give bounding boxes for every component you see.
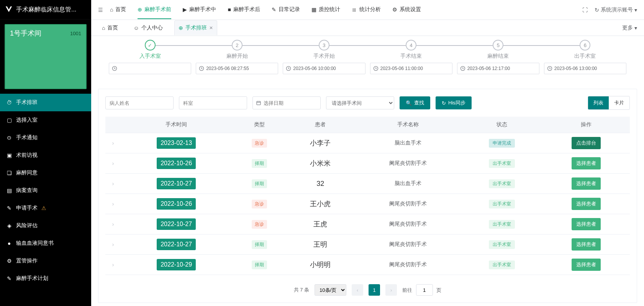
menu-icon: ◈ bbox=[6, 223, 12, 229]
step-circle: 4 bbox=[406, 40, 416, 50]
nav-麻醉手术中[interactable]: ▶麻醉手术中 bbox=[183, 1, 216, 19]
patient-name: 王明 bbox=[313, 241, 327, 248]
sidebar-item-术前访视[interactable]: ▣术前访视 bbox=[0, 146, 91, 164]
table-row: › 2022-10-27 择期 王明 阑尾炎切割手术 出手术室 选择患者 bbox=[105, 234, 630, 255]
expand-row-button[interactable]: › bbox=[105, 234, 121, 255]
subtab-label: 首页 bbox=[107, 24, 118, 31]
page-jump-input[interactable] bbox=[416, 284, 433, 296]
col-患者: 患者 bbox=[287, 117, 354, 133]
row-action-button[interactable]: 选择患者 bbox=[572, 218, 601, 230]
row-action-button[interactable]: 选择患者 bbox=[572, 157, 601, 169]
expand-row-button[interactable]: › bbox=[105, 194, 121, 214]
surgery-date: 2022-10-26 bbox=[157, 158, 196, 169]
nav-icon: ✎ bbox=[272, 7, 276, 13]
row-action-button[interactable]: 选择患者 bbox=[572, 238, 601, 251]
row-action-button[interactable]: 选择患者 bbox=[572, 259, 601, 271]
subtab-首页[interactable]: ⌂首页 bbox=[98, 20, 122, 35]
sidebar-menu: ⏱手术排班▢选择入室⊙手术通知▣术前访视❏麻醉同意▤病案查询✎申请手术⚠◈风险评… bbox=[0, 94, 91, 287]
menu-icon: ⊙ bbox=[6, 135, 12, 141]
fullscreen-icon[interactable]: ⛶ bbox=[582, 7, 588, 13]
table-row: › 2022-10-26 急诊 王小虎 阑尾炎切割手术 出手术室 选择患者 bbox=[105, 194, 630, 214]
top-nav: ⌂首页⊕麻醉手术前▶麻醉手术中■麻醉手术后✎日常记录▦质控统计⫼统计分析⚙系统设… bbox=[110, 1, 582, 19]
more-button[interactable]: 更多 ▾ bbox=[622, 24, 637, 31]
step-circle: 2 bbox=[232, 40, 243, 50]
nav-label: 统计分析 bbox=[359, 6, 381, 13]
status-badge: 出手术室 bbox=[489, 240, 515, 249]
expand-row-button[interactable]: › bbox=[105, 214, 121, 234]
page-size-select[interactable]: 10条/页 bbox=[315, 284, 346, 296]
next-page-button[interactable]: › bbox=[385, 284, 397, 296]
menu-icon: ⚙ bbox=[6, 258, 12, 264]
step-出手术室: 6出手术室 bbox=[542, 40, 629, 74]
sidebar-item-风险评估[interactable]: ◈风险评估 bbox=[0, 217, 91, 234]
logo-row: 手术麻醉临床信息管... bbox=[0, 0, 91, 20]
row-action-button[interactable]: 点击排台 bbox=[572, 137, 601, 149]
subtab-个人中心[interactable]: ☺个人中心 bbox=[129, 20, 166, 35]
nav-首页[interactable]: ⌂首页 bbox=[110, 1, 126, 19]
room-select[interactable]: 请选择手术间 bbox=[326, 96, 394, 109]
menu-label: 手术排班 bbox=[16, 99, 38, 106]
surgery-name: 阑尾炎切割手术 bbox=[354, 234, 462, 255]
expand-row-button[interactable]: › bbox=[105, 255, 121, 275]
patient-name-input[interactable] bbox=[105, 96, 174, 109]
status-badge: 出手术室 bbox=[489, 159, 515, 168]
nav-icon: ▶ bbox=[183, 7, 187, 13]
prev-page-button[interactable]: ‹ bbox=[352, 284, 363, 296]
dept-input[interactable] bbox=[179, 96, 247, 109]
sidebar-item-手术排班[interactable]: ⏱手术排班 bbox=[0, 94, 91, 111]
nav-label: 日常记录 bbox=[279, 6, 300, 13]
room-card[interactable]: 1号手术间 1001 bbox=[5, 24, 87, 89]
nav-系统设置[interactable]: ⚙系统设置 bbox=[392, 1, 421, 19]
sidebar-item-申请手术[interactable]: ✎申请手术⚠ bbox=[0, 199, 91, 217]
nav-麻醉手术前[interactable]: ⊕麻醉手术前 bbox=[138, 1, 171, 19]
sidebar-item-手术通知[interactable]: ⊙手术通知 bbox=[0, 129, 91, 146]
menu-icon: ✎ bbox=[6, 275, 12, 282]
subtab-手术排班[interactable]: ⊕手术排班✕ bbox=[174, 20, 217, 35]
room-name: 1号手术间 bbox=[10, 29, 41, 38]
search-button[interactable]: 🔍 查找 bbox=[400, 96, 430, 109]
row-action-button[interactable]: 选择患者 bbox=[572, 198, 601, 210]
his-sync-button[interactable]: ↻ His同步 bbox=[436, 96, 472, 109]
nav-label: 系统设置 bbox=[400, 6, 421, 13]
menu-icon: ● bbox=[6, 240, 12, 246]
status-badge: 出手术室 bbox=[489, 220, 515, 229]
menu-label: 麻醉手术计划 bbox=[16, 275, 48, 282]
sidebar-item-选择入室[interactable]: ▢选择入室 bbox=[0, 111, 91, 129]
nav-统计分析[interactable]: ⫼统计分析 bbox=[352, 1, 381, 19]
col-状态: 状态 bbox=[462, 117, 542, 133]
expand-row-button[interactable]: › bbox=[105, 153, 121, 174]
close-icon[interactable]: ✕ bbox=[209, 25, 213, 31]
view-card-button[interactable]: 卡片 bbox=[609, 96, 629, 109]
page-number-button[interactable]: 1 bbox=[369, 284, 380, 296]
step-入手术室: ✓入手术室 bbox=[107, 40, 193, 74]
row-action-button[interactable]: 选择患者 bbox=[572, 177, 601, 190]
step-time-input[interactable] bbox=[283, 63, 365, 74]
view-list-button[interactable]: 列表 bbox=[588, 96, 609, 109]
nav-日常记录[interactable]: ✎日常记录 bbox=[272, 1, 300, 19]
surgery-name: 阑尾炎切割手术 bbox=[354, 194, 462, 214]
step-time-input[interactable] bbox=[109, 63, 191, 74]
schedule-table: 手术时间类型患者手术名称状态操作 › 2023-02-13 急诊 小李子 脑出血… bbox=[105, 117, 630, 275]
sidebar-item-麻醉同意[interactable]: ❏麻醉同意 bbox=[0, 164, 91, 182]
nav-质控统计[interactable]: ▦质控统计 bbox=[311, 1, 340, 19]
surgery-name: 脑出血手术 bbox=[354, 174, 462, 194]
surgery-date: 2022-10-27 bbox=[157, 178, 196, 189]
subtab-icon: ☺ bbox=[133, 25, 139, 31]
surgery-date: 2023-02-13 bbox=[157, 137, 196, 149]
sidebar-item-置管操作[interactable]: ⚙置管操作 bbox=[0, 252, 91, 270]
step-time-input[interactable] bbox=[457, 63, 539, 74]
nav-麻醉手术后[interactable]: ■麻醉手术后 bbox=[228, 1, 260, 19]
expand-row-button[interactable]: › bbox=[105, 133, 121, 153]
collapse-sidebar-icon[interactable]: ☰ bbox=[98, 7, 103, 13]
surgery-type: 急诊 bbox=[252, 200, 267, 208]
step-time-input[interactable] bbox=[370, 63, 452, 74]
sidebar-item-输血血液同意书[interactable]: ●输血血液同意书 bbox=[0, 234, 91, 252]
date-input[interactable] bbox=[252, 96, 321, 109]
step-time-input[interactable] bbox=[196, 63, 278, 74]
expand-row-button[interactable]: › bbox=[105, 174, 121, 194]
sidebar-item-病案查询[interactable]: ▤病案查询 bbox=[0, 182, 91, 199]
sidebar-item-麻醉手术计划[interactable]: ✎麻醉手术计划 bbox=[0, 270, 91, 287]
nav-icon: ■ bbox=[228, 7, 231, 13]
step-time-input[interactable] bbox=[544, 63, 626, 74]
account-menu[interactable]: ↻ 系统演示账号 ▾ bbox=[595, 7, 637, 13]
